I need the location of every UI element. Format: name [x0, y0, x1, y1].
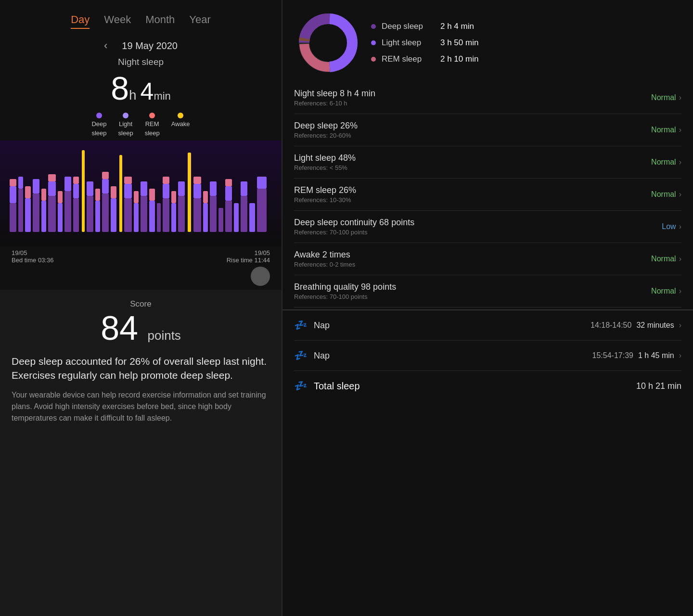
- scroll-handle[interactable]: [251, 267, 270, 286]
- nap-label-2: Nap: [314, 351, 330, 361]
- svg-rect-19: [73, 198, 79, 232]
- stat-row-rem-sleep[interactable]: REM sleep 26% References: 10-30% Normal …: [294, 179, 681, 211]
- svg-rect-34: [124, 184, 132, 198]
- stat-row-awake[interactable]: Awake 2 times References: 0-2 times Norm…: [294, 243, 681, 275]
- stat-ref-night-sleep: References: 6-10 h: [294, 100, 375, 107]
- svg-rect-60: [225, 186, 232, 201]
- hours-unit: h: [129, 88, 137, 103]
- stat-chevron-rem-sleep[interactable]: ›: [679, 190, 681, 199]
- stat-row-deep-sleep[interactable]: Deep sleep 26% References: 20-60% Normal…: [294, 114, 681, 146]
- stat-right-rem-sleep: Normal ›: [651, 190, 681, 199]
- stat-title-light-sleep: Light sleep 48%: [294, 153, 356, 163]
- svg-rect-64: [241, 181, 247, 196]
- svg-rect-62: [234, 203, 239, 232]
- svg-rect-66: [257, 189, 267, 232]
- stat-ref-awake: References: 0-2 times: [294, 261, 355, 268]
- nap-row-1[interactable]: 💤 Nap 14:18-14:50 32 minutes ›: [294, 310, 681, 341]
- score-section: Score 84 points Deep sleep accounted for…: [0, 290, 282, 616]
- rise-time-info: 19/05 Rise time 11:44: [227, 249, 270, 264]
- nap-row-2[interactable]: 💤 Nap 15:54-17:39 1 h 45 min ›: [294, 341, 681, 371]
- stat-row-night-sleep[interactable]: Night sleep 8 h 4 min References: 6-10 h…: [294, 82, 681, 114]
- svg-rect-13: [48, 181, 56, 196]
- stat-title-breathing: Breathing quality 98 points: [294, 282, 396, 292]
- svg-rect-58: [218, 208, 223, 232]
- svg-rect-24: [87, 181, 93, 196]
- stat-row-breathing[interactable]: Breathing quality 98 points References: …: [294, 275, 681, 308]
- svg-rect-41: [149, 189, 155, 201]
- deep-sleep-legend-dot: [371, 24, 376, 29]
- stat-chevron-light-sleep[interactable]: ›: [679, 158, 681, 167]
- light-sleep-dot: [123, 113, 128, 118]
- score-number: 84: [101, 309, 138, 347]
- svg-rect-39: [141, 181, 147, 196]
- tab-month[interactable]: Month: [145, 13, 175, 29]
- svg-rect-31: [111, 186, 116, 198]
- stat-left-night-sleep: Night sleep 8 h 4 min References: 6-10 h: [294, 89, 375, 107]
- stat-chevron-deep-continuity[interactable]: ›: [679, 222, 681, 231]
- minutes-unit: min: [154, 90, 170, 102]
- svg-rect-5: [18, 177, 23, 189]
- date-navigation: ‹ 19 May 2020: [0, 37, 282, 55]
- svg-rect-28: [102, 179, 109, 193]
- stat-row-deep-continuity[interactable]: Deep sleep continuity 68 points Referenc…: [294, 211, 681, 243]
- stat-status-night-sleep: Normal: [651, 93, 676, 102]
- svg-rect-16: [58, 191, 63, 203]
- stat-left-deep-sleep: Deep sleep 26% References: 20-60%: [294, 121, 358, 139]
- stat-right-night-sleep: Normal ›: [651, 93, 681, 102]
- stat-right-deep-continuity: Low ›: [662, 222, 681, 231]
- legend-light-sleep: Light sleep: [118, 113, 133, 137]
- legend-awake: Awake: [171, 113, 190, 137]
- svg-rect-2: [10, 186, 16, 203]
- stat-title-awake: Awake 2 times: [294, 250, 355, 260]
- stat-title-rem-sleep: REM sleep 26%: [294, 185, 356, 195]
- svg-rect-32: [119, 155, 122, 232]
- stat-chevron-night-sleep[interactable]: ›: [679, 93, 681, 102]
- deep-sleep-legend-row: Deep sleep 2 h 4 min: [371, 22, 478, 31]
- total-sleep-label: Total sleep: [314, 381, 360, 392]
- svg-rect-54: [203, 203, 208, 232]
- left-panel: Day Week Month Year ‹ 19 May 2020 Night …: [0, 0, 282, 616]
- svg-rect-63: [241, 196, 247, 232]
- svg-rect-10: [41, 201, 46, 232]
- svg-rect-53: [193, 177, 201, 184]
- stats-list: Night sleep 8 h 4 min References: 6-10 h…: [282, 82, 693, 308]
- nap-right-1: 14:18-14:50 32 minutes ›: [590, 321, 681, 330]
- nap-label-1: Nap: [314, 321, 330, 331]
- tip-main-text: Deep sleep accounted for 26% of overall …: [12, 354, 270, 383]
- tab-week[interactable]: Week: [104, 13, 131, 29]
- stat-row-light-sleep[interactable]: Light sleep 48% References: < 55% Normal…: [294, 146, 681, 179]
- svg-rect-45: [163, 177, 169, 184]
- prev-day-button[interactable]: ‹: [104, 39, 107, 52]
- svg-rect-42: [157, 203, 161, 232]
- stat-status-breathing: Normal: [651, 287, 676, 295]
- svg-rect-48: [178, 196, 185, 232]
- svg-rect-29: [102, 172, 109, 179]
- stat-left-light-sleep: Light sleep 48% References: < 55%: [294, 153, 356, 171]
- svg-rect-17: [64, 191, 71, 232]
- tab-day[interactable]: Day: [71, 13, 90, 29]
- svg-rect-46: [171, 203, 176, 232]
- stat-chevron-breathing[interactable]: ›: [679, 287, 681, 295]
- svg-rect-18: [64, 177, 71, 191]
- right-panel: Deep sleep 2 h 4 min Light sleep 3 h 50 …: [282, 0, 693, 616]
- svg-rect-7: [25, 186, 31, 198]
- svg-rect-35: [124, 177, 132, 184]
- stat-chevron-awake[interactable]: ›: [679, 255, 681, 263]
- svg-rect-36: [134, 203, 139, 232]
- svg-rect-56: [210, 196, 217, 232]
- stat-chevron-deep-sleep[interactable]: ›: [679, 126, 681, 134]
- legend-rem-sleep: REM sleep: [145, 113, 160, 137]
- stat-right-awake: Normal ›: [651, 255, 681, 263]
- deep-sleep-dot: [96, 113, 102, 118]
- svg-rect-57: [210, 181, 217, 196]
- svg-rect-67: [257, 177, 267, 189]
- score-unit: points: [147, 328, 180, 343]
- nap-chevron-2[interactable]: ›: [679, 351, 681, 360]
- light-sleep-legend-name: Light sleep: [382, 38, 435, 48]
- nap-icon-2: 💤: [294, 349, 307, 362]
- nap-chevron-1[interactable]: ›: [679, 321, 681, 330]
- tab-year[interactable]: Year: [189, 13, 210, 29]
- tip-sub-text: Your wearable device can help record exe…: [12, 389, 270, 424]
- light-sleep-legend-dot: [371, 40, 376, 45]
- deep-sleep-legend-name: Deep sleep: [382, 22, 435, 31]
